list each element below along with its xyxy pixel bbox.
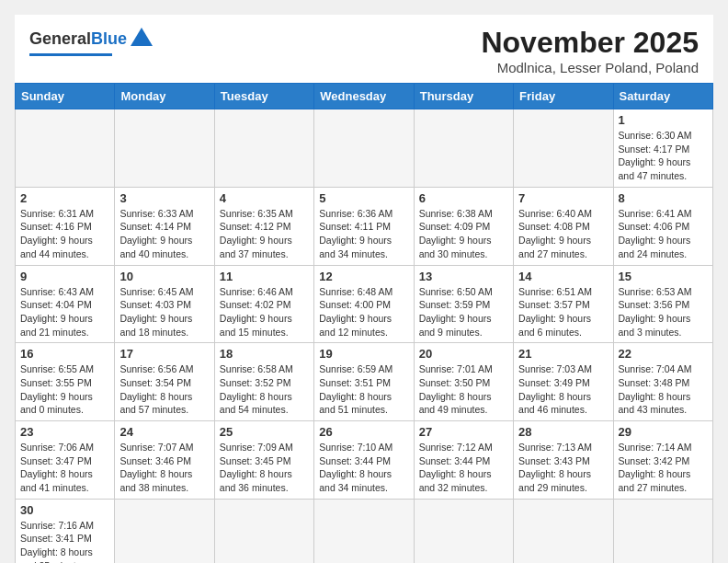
calendar-cell: 29Sunrise: 7:14 AM Sunset: 3:42 PM Dayli…	[613, 421, 712, 500]
day-number: 14	[518, 270, 608, 283]
day-info: Sunrise: 6:41 AM Sunset: 4:06 PM Dayligh…	[619, 207, 708, 261]
day-number: 20	[419, 347, 508, 361]
week-row-6: 30Sunrise: 7:16 AM Sunset: 3:41 PM Dayli…	[16, 499, 713, 563]
day-info: Sunrise: 6:43 AM Sunset: 4:04 PM Dayligh…	[20, 285, 109, 339]
day-info: Sunrise: 7:14 AM Sunset: 3:42 PM Dayligh…	[619, 441, 708, 495]
day-info: Sunrise: 6:30 AM Sunset: 4:17 PM Dayligh…	[619, 129, 708, 183]
day-number: 7	[518, 191, 608, 205]
calendar-cell: 12Sunrise: 6:48 AM Sunset: 4:00 PM Dayli…	[314, 265, 414, 343]
calendar-cell: 1Sunrise: 6:30 AM Sunset: 4:17 PM Daylig…	[613, 109, 712, 188]
day-header-saturday: Saturday	[613, 84, 712, 109]
calendar-cell: 24Sunrise: 7:07 AM Sunset: 3:46 PM Dayli…	[115, 421, 214, 500]
day-info: Sunrise: 7:10 AM Sunset: 3:44 PM Dayligh…	[319, 441, 408, 495]
week-row-5: 23Sunrise: 7:06 AM Sunset: 3:47 PM Dayli…	[16, 421, 713, 500]
day-number: 24	[119, 425, 209, 439]
day-info: Sunrise: 6:31 AM Sunset: 4:16 PM Dayligh…	[20, 207, 109, 261]
day-number: 4	[220, 191, 309, 205]
day-info: Sunrise: 6:50 AM Sunset: 3:59 PM Dayligh…	[419, 285, 508, 339]
day-info: Sunrise: 6:48 AM Sunset: 4:00 PM Dayligh…	[319, 285, 408, 339]
day-info: Sunrise: 7:13 AM Sunset: 3:43 PM Dayligh…	[518, 441, 608, 495]
calendar-cell: 3Sunrise: 6:33 AM Sunset: 4:14 PM Daylig…	[115, 187, 214, 265]
calendar-cell: 18Sunrise: 6:58 AM Sunset: 3:52 PM Dayli…	[214, 343, 313, 421]
day-header-sunday: Sunday	[16, 84, 115, 109]
day-number: 17	[119, 347, 209, 361]
day-number: 22	[619, 347, 708, 361]
day-info: Sunrise: 6:58 AM Sunset: 3:52 PM Dayligh…	[220, 362, 309, 417]
day-number: 15	[619, 270, 708, 283]
day-number: 25	[220, 425, 309, 439]
calendar-cell	[16, 109, 115, 188]
day-header-tuesday: Tuesday	[214, 84, 313, 109]
calendar-cell	[414, 499, 513, 563]
day-number: 1	[619, 113, 708, 127]
day-info: Sunrise: 6:46 AM Sunset: 4:02 PM Dayligh…	[220, 285, 309, 339]
calendar-cell: 20Sunrise: 7:01 AM Sunset: 3:50 PM Dayli…	[414, 343, 513, 421]
location: Modlnica, Lesser Poland, Poland	[481, 60, 699, 75]
calendar-cell: 10Sunrise: 6:45 AM Sunset: 4:03 PM Dayli…	[115, 265, 214, 343]
calendar-cell: 30Sunrise: 7:16 AM Sunset: 3:41 PM Dayli…	[16, 499, 115, 563]
day-header-wednesday: Wednesday	[314, 84, 414, 109]
day-number: 5	[319, 191, 408, 205]
day-number: 27	[419, 425, 508, 439]
day-number: 8	[619, 191, 708, 205]
logo-underline	[29, 53, 112, 56]
calendar-cell: 11Sunrise: 6:46 AM Sunset: 4:02 PM Dayli…	[214, 265, 313, 343]
day-info: Sunrise: 6:35 AM Sunset: 4:12 PM Dayligh…	[220, 207, 309, 261]
week-row-1: 1Sunrise: 6:30 AM Sunset: 4:17 PM Daylig…	[16, 109, 713, 188]
calendar-cell: 7Sunrise: 6:40 AM Sunset: 4:08 PM Daylig…	[514, 187, 613, 265]
day-number: 21	[518, 347, 608, 361]
calendar-cell	[214, 109, 313, 188]
calendar-cell: 28Sunrise: 7:13 AM Sunset: 3:43 PM Dayli…	[514, 421, 613, 500]
day-number: 12	[319, 270, 408, 283]
header-row: SundayMondayTuesdayWednesdayThursdayFrid…	[16, 84, 713, 109]
day-number: 30	[20, 503, 109, 517]
calendar-cell: 15Sunrise: 6:53 AM Sunset: 3:56 PM Dayli…	[613, 265, 712, 343]
day-number: 28	[518, 425, 608, 439]
day-number: 2	[20, 191, 109, 205]
day-info: Sunrise: 7:09 AM Sunset: 3:45 PM Dayligh…	[220, 441, 309, 495]
calendar-cell: 26Sunrise: 7:10 AM Sunset: 3:44 PM Dayli…	[314, 421, 414, 500]
day-number: 13	[419, 270, 508, 283]
calendar-cell: 2Sunrise: 6:31 AM Sunset: 4:16 PM Daylig…	[16, 187, 115, 265]
calendar-cell	[514, 109, 613, 188]
day-info: Sunrise: 7:06 AM Sunset: 3:47 PM Dayligh…	[20, 441, 109, 495]
calendar-cell	[115, 499, 214, 563]
header: GeneralBlue November 2025 Modlnica, Less…	[15, 15, 713, 83]
calendar-page: GeneralBlue November 2025 Modlnica, Less…	[15, 15, 713, 563]
calendar-cell: 4Sunrise: 6:35 AM Sunset: 4:12 PM Daylig…	[214, 187, 313, 265]
logo: GeneralBlue	[29, 26, 154, 56]
calendar-cell	[314, 109, 414, 188]
calendar-cell: 14Sunrise: 6:51 AM Sunset: 3:57 PM Dayli…	[514, 265, 613, 343]
week-row-2: 2Sunrise: 6:31 AM Sunset: 4:16 PM Daylig…	[16, 187, 713, 265]
calendar-cell: 8Sunrise: 6:41 AM Sunset: 4:06 PM Daylig…	[613, 187, 712, 265]
week-row-4: 16Sunrise: 6:55 AM Sunset: 3:55 PM Dayli…	[16, 343, 713, 421]
day-info: Sunrise: 7:03 AM Sunset: 3:49 PM Dayligh…	[518, 362, 608, 417]
calendar-cell	[314, 499, 414, 563]
day-info: Sunrise: 6:56 AM Sunset: 3:54 PM Dayligh…	[119, 362, 209, 417]
logo-text: GeneralBlue	[29, 30, 127, 47]
day-info: Sunrise: 7:01 AM Sunset: 3:50 PM Dayligh…	[419, 362, 508, 417]
day-info: Sunrise: 6:38 AM Sunset: 4:09 PM Dayligh…	[419, 207, 508, 261]
calendar-cell: 17Sunrise: 6:56 AM Sunset: 3:54 PM Dayli…	[115, 343, 214, 421]
calendar-cell	[514, 499, 613, 563]
day-header-thursday: Thursday	[414, 84, 513, 109]
calendar-cell: 16Sunrise: 6:55 AM Sunset: 3:55 PM Dayli…	[16, 343, 115, 421]
day-number: 6	[419, 191, 508, 205]
calendar-cell: 9Sunrise: 6:43 AM Sunset: 4:04 PM Daylig…	[16, 265, 115, 343]
day-info: Sunrise: 6:59 AM Sunset: 3:51 PM Dayligh…	[319, 362, 408, 417]
day-info: Sunrise: 7:04 AM Sunset: 3:48 PM Dayligh…	[619, 362, 708, 417]
day-number: 26	[319, 425, 408, 439]
calendar-cell	[613, 499, 712, 563]
day-number: 19	[319, 347, 408, 361]
day-info: Sunrise: 6:36 AM Sunset: 4:11 PM Dayligh…	[319, 207, 408, 261]
day-number: 16	[20, 347, 109, 361]
day-info: Sunrise: 6:40 AM Sunset: 4:08 PM Dayligh…	[518, 207, 608, 261]
day-info: Sunrise: 6:45 AM Sunset: 4:03 PM Dayligh…	[119, 285, 209, 339]
calendar-cell: 23Sunrise: 7:06 AM Sunset: 3:47 PM Dayli…	[16, 421, 115, 500]
day-info: Sunrise: 6:33 AM Sunset: 4:14 PM Dayligh…	[119, 207, 209, 261]
calendar-cell	[214, 499, 313, 563]
logo-icon	[129, 26, 154, 52]
day-number: 9	[20, 270, 109, 283]
day-info: Sunrise: 7:12 AM Sunset: 3:44 PM Dayligh…	[419, 441, 508, 495]
calendar-cell: 25Sunrise: 7:09 AM Sunset: 3:45 PM Dayli…	[214, 421, 313, 500]
